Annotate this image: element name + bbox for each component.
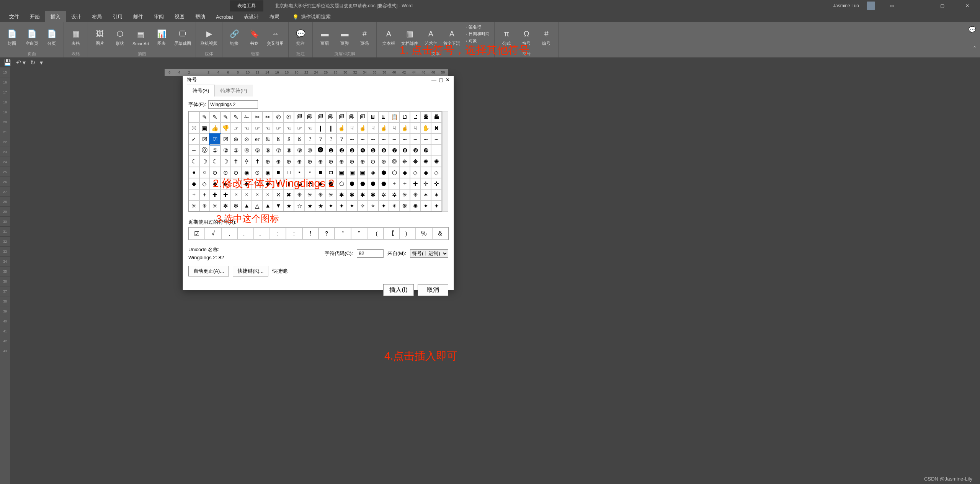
recent-symbol-cell[interactable]: 。: [237, 227, 253, 240]
ribbon-封面[interactable]: 📄封面: [3, 24, 21, 50]
symbol-cell[interactable]: ×: [242, 189, 252, 200]
symbol-cell[interactable]: ✱: [347, 189, 358, 200]
ribbon-批注[interactable]: 💬批注: [292, 24, 309, 50]
menu-邮件[interactable]: 邮件: [128, 11, 149, 23]
symbol-cell[interactable]: ✆: [273, 111, 284, 123]
symbol-cell[interactable]: ＋: [199, 189, 210, 200]
symbol-cell[interactable]: ①: [210, 145, 220, 156]
symbol-cell[interactable]: ✦: [326, 200, 336, 211]
symbol-cell[interactable]: ⑥: [263, 145, 273, 156]
symbol-cell[interactable]: ☑: [210, 134, 220, 145]
symbol-cell[interactable]: ▣: [336, 167, 347, 178]
menu-布局[interactable]: 布局: [87, 11, 107, 23]
symbol-cell[interactable]: ☉: [189, 123, 199, 134]
symbol-cell[interactable]: ∽: [431, 134, 442, 145]
symbol-cell[interactable]: ☒: [220, 134, 231, 145]
comments-icon[interactable]: 💬: [969, 26, 976, 33]
symbol-cell[interactable]: ⊕: [347, 156, 358, 167]
symbol-cell[interactable]: ✺: [431, 156, 442, 167]
symbol-cell[interactable]: ✺: [421, 156, 431, 167]
symbol-cell[interactable]: ▣: [199, 123, 210, 134]
tellme-input[interactable]: 操作说明搜索: [301, 13, 331, 20]
symbol-cell[interactable]: ✺: [410, 200, 421, 211]
recent-symbol-cell[interactable]: ；: [270, 227, 286, 240]
symbol-cell[interactable]: ✳: [400, 189, 410, 200]
save-icon[interactable]: 💾: [4, 59, 11, 66]
symbol-cell[interactable]: ▼: [273, 200, 284, 211]
recent-symbol-cell[interactable]: ？: [318, 227, 335, 240]
symbol-cell[interactable]: ⬢: [347, 178, 358, 189]
symbol-cell[interactable]: ❈: [400, 156, 410, 167]
symbol-cell[interactable]: ⊕: [326, 156, 336, 167]
autocorrect-button[interactable]: 自动更正(A)...: [188, 266, 229, 276]
symbol-cell[interactable]: ✳: [410, 189, 421, 200]
symbol-cell[interactable]: ④: [242, 145, 252, 156]
maximize-icon[interactable]: ▢: [933, 0, 951, 11]
symbol-cell[interactable]: ◆: [400, 167, 410, 178]
symbol-cell[interactable]: ✚: [210, 189, 220, 200]
recent-symbol-cell[interactable]: ，: [221, 227, 237, 240]
symbol-cell[interactable]: ❂: [389, 156, 400, 167]
symbol-cell[interactable]: ⑧: [284, 145, 294, 156]
symbol-cell[interactable]: ✚: [220, 189, 231, 200]
user-avatar-icon[interactable]: [867, 2, 875, 10]
menu-插入[interactable]: 插入: [45, 11, 66, 23]
menu-开始[interactable]: 开始: [24, 11, 45, 23]
symbol-cell[interactable]: ∽: [189, 145, 199, 156]
qat-more-icon[interactable]: ▾: [40, 59, 43, 66]
ribbon-options-icon[interactable]: ▭: [883, 0, 900, 11]
symbol-cell[interactable]: [431, 145, 442, 156]
symbol-cell[interactable]: ⊗: [231, 134, 242, 145]
symbol-cell[interactable]: ✧: [368, 200, 379, 211]
symbol-cell[interactable]: ✴: [389, 200, 400, 211]
symbol-cell[interactable]: ❋: [410, 156, 421, 167]
symbol-cell[interactable]: ☝: [336, 123, 347, 134]
symbol-cell[interactable]: ⊕: [315, 156, 326, 167]
insert-button[interactable]: 插入(I): [383, 284, 414, 296]
symbol-cell[interactable]: ☜: [305, 123, 315, 134]
recent-symbol-cell[interactable]: √: [205, 227, 221, 240]
symbol-cell[interactable]: ✦: [347, 200, 358, 211]
symbol-cell[interactable]: ▣: [347, 167, 358, 178]
symbol-cell[interactable]: ◇: [410, 167, 421, 178]
symbol-cell[interactable]: ❷: [336, 145, 347, 156]
symbol-cell[interactable]: ✱: [368, 189, 379, 200]
symbol-cell[interactable]: ☾: [210, 156, 220, 167]
font-dropdown[interactable]: [208, 100, 258, 109]
symbol-cell[interactable]: ✳: [210, 200, 220, 211]
symbol-cell[interactable]: ★: [315, 200, 326, 211]
ribbon-页码[interactable]: #页码: [356, 24, 373, 50]
symbol-cell[interactable]: ▲: [242, 200, 252, 211]
char-code-input[interactable]: [357, 249, 384, 258]
symbol-cell[interactable]: 🗐: [294, 111, 305, 123]
recent-symbol-cell[interactable]: “: [335, 227, 351, 240]
symbol-cell[interactable]: ✂: [252, 111, 263, 123]
recent-symbol-cell[interactable]: 、: [254, 227, 270, 240]
symbol-cell[interactable]: ß: [273, 134, 284, 145]
symbol-cell[interactable]: ?: [305, 134, 315, 145]
symbol-grid[interactable]: ✎✎✎✎✁✂✂✆✆🗐🗐🗐🗐🗐🗐🗐🗏🗏📋🗋🗋🖶🖶☉▣👍👎☞☜☞☜☞☜☞☜❙❙☝☟☝…: [188, 111, 442, 212]
symbol-cell[interactable]: ∽: [358, 134, 368, 145]
ribbon-交叉引用[interactable]: ↔交叉引用: [265, 24, 285, 50]
ribbon-SmartArt[interactable]: ▤SmartArt: [131, 24, 150, 50]
recent-symbol-cell[interactable]: （: [367, 227, 383, 240]
symbol-cell[interactable]: ✳: [294, 189, 305, 200]
symbol-cell[interactable]: ✶: [421, 189, 431, 200]
symbol-cell[interactable]: ✖: [284, 189, 294, 200]
symbol-cell[interactable]: ✳: [199, 200, 210, 211]
symbol-cell[interactable]: ∽: [410, 134, 421, 145]
recent-symbol-cell[interactable]: 【: [384, 227, 400, 240]
recent-symbol-cell[interactable]: ）: [400, 227, 416, 240]
symbol-cell[interactable]: ③: [231, 145, 242, 156]
symbol-cell[interactable]: ✦: [336, 200, 347, 211]
ribbon-形状[interactable]: ⬡形状: [111, 24, 129, 50]
symbol-cell[interactable]: ✳: [189, 200, 199, 211]
symbol-cell[interactable]: ☞: [252, 123, 263, 134]
symbol-cell[interactable]: ☽: [220, 156, 231, 167]
symbol-cell[interactable]: ✁: [242, 111, 252, 123]
ribbon-图片[interactable]: 🖼图片: [91, 24, 109, 50]
symbol-cell[interactable]: 👎: [220, 123, 231, 134]
symbol-cell[interactable]: ⊕: [336, 156, 347, 167]
symbol-cell[interactable]: ☜: [284, 123, 294, 134]
symbol-cell[interactable]: ✞: [242, 156, 252, 167]
